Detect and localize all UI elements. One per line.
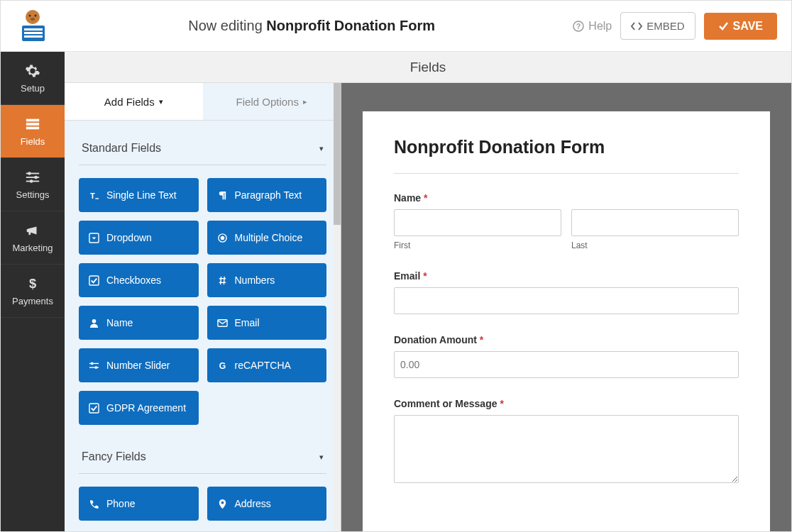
svg-point-16 [28,172,31,175]
field-label: Name [106,317,133,328]
form-field-message[interactable]: Comment or Message * [394,398,739,486]
required-asterisk: * [500,398,503,409]
message-textarea[interactable] [394,415,739,483]
field-number-slider[interactable]: Number Slider [79,348,199,382]
svg-text:$: $ [29,276,36,291]
label-text: Donation Amount [394,334,477,345]
list-icon [25,116,40,132]
nav-fields[interactable]: Fields [1,105,65,158]
help-icon: ? [573,21,584,32]
preview-card[interactable]: Nonprofit Donation Form Name * First Las… [363,111,770,532]
svg-point-0 [26,10,40,24]
nav-settings-label: Settings [16,189,50,200]
scrollbar-thumb[interactable] [334,83,341,225]
tab-field-options-label: Field Options [236,96,299,108]
field-checkboxes[interactable]: Checkboxes [79,263,199,297]
svg-text:G: G [219,361,225,371]
nav-setup-label: Setup [21,83,45,94]
section-standard-fields[interactable]: Standard Fields ▾ [79,132,326,165]
gear-icon [25,63,40,79]
chevron-down-icon: ▾ [159,97,163,106]
nav-fields-label: Fields [21,136,45,147]
field-label: reCAPTCHA [235,360,291,371]
svg-rect-25 [89,275,99,284]
donation-label: Donation Amount * [394,334,739,345]
required-asterisk: * [423,270,427,282]
pin-icon [217,499,228,509]
nav-payments[interactable]: $ Payments [1,265,65,318]
field-label: Number Slider [106,360,170,371]
field-label: Single Line Text [106,189,177,201]
editing-form-name: Nonprofit Donation Form [266,18,435,33]
google-icon: G [217,360,228,371]
check-square-icon [89,275,99,286]
field-label: Phone [106,498,135,509]
field-gdpr[interactable]: GDPR Agreement [79,391,199,425]
form-title: Nonprofit Donation Form [394,137,739,174]
field-single-line-text[interactable]: TSingle Line Text [79,178,199,212]
top-actions: ? Help EMBED SAVE [573,12,777,40]
svg-rect-5 [24,28,43,31]
field-label: Multiple Choice [235,232,303,243]
tab-add-fields-label: Add Fields [104,96,155,108]
field-label: GDPR Agreement [106,402,186,414]
save-button[interactable]: SAVE [704,13,777,40]
field-recaptcha[interactable]: GreCAPTCHA [207,348,327,382]
nav-settings[interactable]: Settings [1,158,65,211]
name-label: Name * [394,192,739,204]
first-sublabel: First [394,240,561,250]
app-logo [15,9,50,44]
svg-point-1 [29,14,31,16]
field-numbers[interactable]: Numbers [207,263,327,297]
form-field-donation[interactable]: Donation Amount * [394,334,739,378]
field-paragraph-text[interactable]: Paragraph Text [207,178,327,212]
svg-rect-10 [26,118,39,121]
help-link[interactable]: ? Help [573,20,612,33]
field-email[interactable]: Email [207,306,327,340]
sliders-icon [25,170,40,185]
first-name-input[interactable] [394,209,561,236]
nav-setup[interactable]: Setup [1,52,65,105]
label-text: Name [394,192,421,204]
bullhorn-icon [25,223,40,238]
nav-payments-label: Payments [12,296,53,306]
donation-input[interactable] [394,351,739,378]
embed-label: EMBED [647,20,684,32]
field-label: Paragraph Text [235,189,302,201]
field-address[interactable]: Address [207,487,327,521]
field-phone[interactable]: Phone [79,487,199,521]
text-icon: T [89,190,99,201]
tab-add-fields[interactable]: Add Fields ▾ [65,83,203,120]
section-fancy-label: Fancy Fields [82,450,146,463]
svg-rect-27 [217,319,226,326]
section-fancy-fields[interactable]: Fancy Fields ▾ [79,440,326,474]
svg-rect-6 [24,32,43,34]
field-label: Address [235,498,271,509]
field-dropdown[interactable]: Dropdown [79,221,199,255]
last-name-input[interactable] [571,209,739,236]
tab-field-options[interactable]: Field Options ▸ [203,83,341,120]
field-name[interactable]: Name [79,306,199,340]
field-multiple-choice[interactable]: Multiple Choice [207,221,327,255]
svg-rect-33 [89,403,99,412]
nav-marketing[interactable]: Marketing [1,211,65,265]
last-sublabel: Last [571,240,739,250]
svg-rect-21 [95,198,99,199]
chevron-down-icon: ▾ [319,144,324,153]
mail-icon [217,318,228,328]
chevron-right-icon: ▸ [303,97,307,106]
svg-text:T: T [90,192,95,200]
message-label: Comment or Message * [394,398,739,409]
embed-button[interactable]: EMBED [620,12,695,40]
svg-point-18 [30,179,33,183]
sliders-icon [89,360,99,371]
svg-point-30 [91,362,94,365]
scrollbar[interactable] [334,83,341,532]
svg-text:?: ? [576,23,581,31]
svg-point-24 [220,235,224,240]
form-field-email[interactable]: Email * [394,270,739,314]
svg-rect-11 [26,123,39,126]
form-field-name[interactable]: Name * First Last [394,192,739,250]
radio-icon [217,233,228,243]
email-input[interactable] [394,287,739,314]
